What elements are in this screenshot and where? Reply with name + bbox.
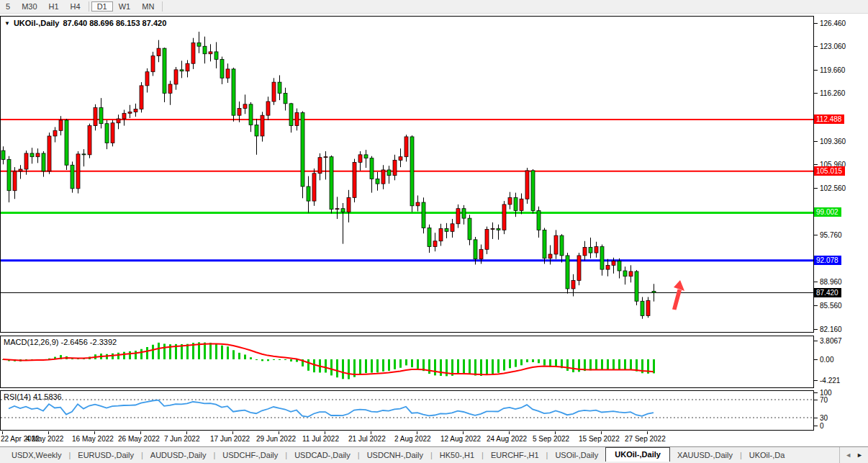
date-tick-label: 17 Jun 2022 [210,435,250,443]
price-axis-tick: 85.560 [814,301,842,310]
date-tick-mark [509,431,510,434]
date-tick-label: 11 Jul 2022 [302,435,339,443]
timeframe-d1[interactable]: D1 [91,1,113,12]
tab-eurusd-daily[interactable]: EURUSD-,Daily [71,449,141,462]
date-tick-mark [371,431,371,434]
tab-usdx-weekly[interactable]: USDX,Weekly [4,449,68,462]
date-tick-label: 7 Jun 2022 [164,435,200,443]
price-axis-tick: 119.660 [814,66,845,74]
price-axis-tick: 82.160 [814,325,842,333]
rsi-axis-tick: 0 [814,421,824,430]
timeframe-w1[interactable]: W1 [113,1,137,12]
date-tick-label: 5 Sep 2022 [533,435,569,443]
tick-dash [814,23,818,24]
tab-scroll-buttons: ◄ ► [839,447,868,463]
rsi-value: 41.5836 [33,392,62,401]
tab-usoil-daily[interactable]: USOil-,Daily [548,449,605,462]
trading-terminal: 5M30H1H4D1W1MN ▼ UKOil-,Daily 87.640 88.… [0,0,868,463]
date-tick-mark [186,431,187,434]
date-tick-label: 15 Sep 2022 [579,435,620,443]
chart-title: ▼ UKOil-,Daily 87.640 88.696 86.153 87.4… [4,19,166,27]
tick-dash [814,46,818,47]
timeframe-buttons: 5M30H1H4D1W1MN [0,1,165,12]
macd-panel[interactable]: MACD(12,26,9) -2.6456 -2.3392 [0,336,814,388]
macd-label: MACD(12,26,9) -2.6456 -2.3392 [4,338,117,346]
price-axis-tick: 102.560 [814,184,846,192]
price-axis-tick: 95.760 [814,231,842,240]
price-axis-tick: 123.060 [814,42,846,51]
level-price-tag: 99.002 [814,207,841,217]
tick-dash [814,188,818,189]
main-chart-panel[interactable]: ▼ UKOil-,Daily 87.640 88.696 86.153 87.4… [0,16,814,333]
tab-usdchf-daily[interactable]: USDCHF-,Daily [215,449,285,462]
date-tick-mark [463,431,464,434]
macd-values: -2.6456 -2.3392 [60,338,117,346]
date-tick-label: 2 Aug 2022 [394,435,431,443]
rsi-panel[interactable]: RSI(14) 41.5836 [0,390,814,431]
tab-usdcnh-daily[interactable]: USDCNH-,Daily [360,449,430,462]
price-axis[interactable]: 126.460123.060119.660116.260109.360105.9… [814,0,868,446]
date-tick-label: 29 Jun 2022 [256,435,296,443]
timeframe-5[interactable]: 5 [0,1,16,12]
tab-ukoil-da[interactable]: UKOil-,Da [742,449,792,462]
rsi-line [9,400,654,417]
price-axis-tick: 88.960 [814,278,842,287]
date-tick-mark [325,431,325,434]
timeframe-h4[interactable]: H4 [65,1,86,12]
tab-hk50-h1[interactable]: HK50-,H1 [433,449,482,462]
date-tick-label: 26 May 2022 [118,435,160,443]
date-tick-label: 24 Aug 2022 [487,435,527,443]
chart-dropdown-triangle-icon[interactable]: ▼ [4,20,10,27]
toolbar-separator [162,1,163,12]
tick-dash [814,164,818,165]
date-tick-mark [232,431,233,434]
date-tick-mark [48,431,49,434]
candlestick-chart[interactable] [1,17,813,332]
price-axis-tick: 109.360 [814,137,846,145]
tick-dash [814,282,818,282]
toolbar-separator [89,1,89,12]
tab-scroll-left-icon[interactable]: ◄ [845,451,851,459]
current-price-tag: 87.420 [814,288,841,297]
date-tick-mark [555,431,556,434]
tab-eurchf-h1[interactable]: EURCHF-,H1 [484,449,546,462]
rsi-chart[interactable] [1,391,813,428]
date-tick-mark [647,431,648,434]
rsi-label: RSI(14) 41.5836 [4,392,62,401]
tick-dash [814,93,818,94]
chart-symbol-label: UKOil-,Daily [14,19,60,27]
tab-scroll-right-icon[interactable]: ► [856,451,863,459]
price-axis-tick: 126.460 [814,19,846,27]
timeframe-h1[interactable]: H1 [43,1,65,12]
timeframe-toolbar: 5M30H1H4D1W1MN [0,0,868,14]
tab-xauusd-daily[interactable]: XAUUSD-,Daily [670,449,740,462]
timeframe-m30[interactable]: M30 [16,1,42,12]
date-tick-mark [2,431,3,434]
timeframe-mn[interactable]: MN [136,1,160,12]
date-axis[interactable]: 22 Apr 20224 May 202216 May 202226 May 2… [0,431,814,446]
date-tick-label: 4 May 2022 [26,435,63,443]
symbol-tabbar: USDX,Weekly|EURUSD-,Daily|AUDUSD-,Daily|… [0,446,868,463]
symbol-tabs: USDX,Weekly|EURUSD-,Daily|AUDUSD-,Daily|… [0,447,839,463]
tab-audusd-daily[interactable]: AUDUSD-,Daily [143,449,214,462]
trend-arrow-annotation[interactable] [672,280,684,310]
date-tick-mark [601,431,602,434]
macd-axis-tick: -4.221 [814,376,840,385]
level-price-tag: 112.488 [814,114,844,124]
tick-dash [814,305,818,306]
date-tick-label: 27 Sep 2022 [625,435,666,443]
price-axis-tick: 116.260 [814,89,845,98]
tab-ukoil-daily[interactable]: UKOil-,Daily [605,447,670,462]
date-tick-label: 16 May 2022 [72,435,114,443]
macd-chart[interactable] [1,336,813,386]
date-tick-mark [94,431,95,434]
tab-usdcad-daily[interactable]: USDCAD-,Daily [287,449,358,462]
date-tick-mark [140,431,141,434]
macd-axis-tick: 0.00 [814,355,833,364]
level-price-tag: 92.078 [814,256,841,265]
date-tick-mark [417,431,417,434]
chart-ohlc-values: 87.640 88.696 86.153 87.420 [63,19,167,27]
tick-dash [814,141,818,142]
rsi-axis-tick: 70 [814,395,828,404]
date-tick-label: 12 Aug 2022 [440,435,481,443]
